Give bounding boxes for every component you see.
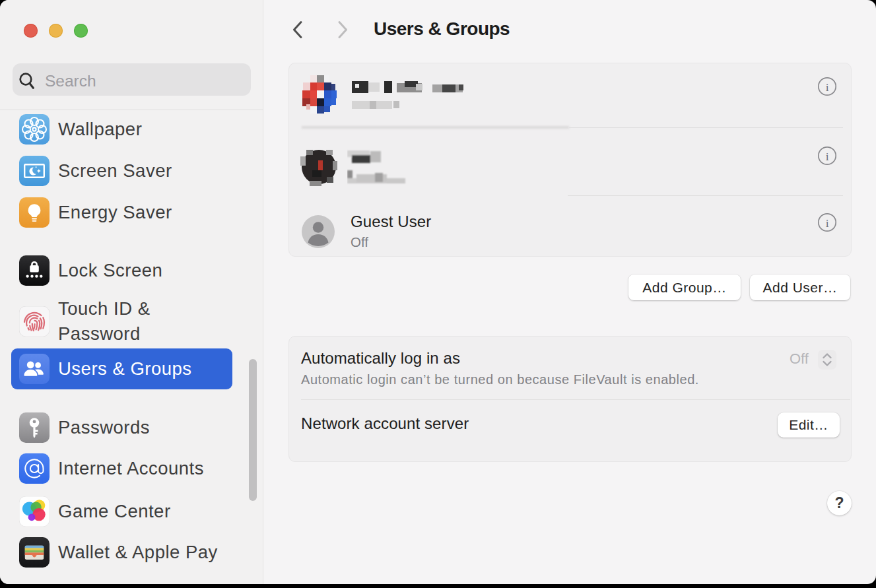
svg-text:i: i [826, 216, 829, 230]
svg-text:i: i [826, 81, 829, 94]
svg-text:i: i [826, 150, 829, 163]
